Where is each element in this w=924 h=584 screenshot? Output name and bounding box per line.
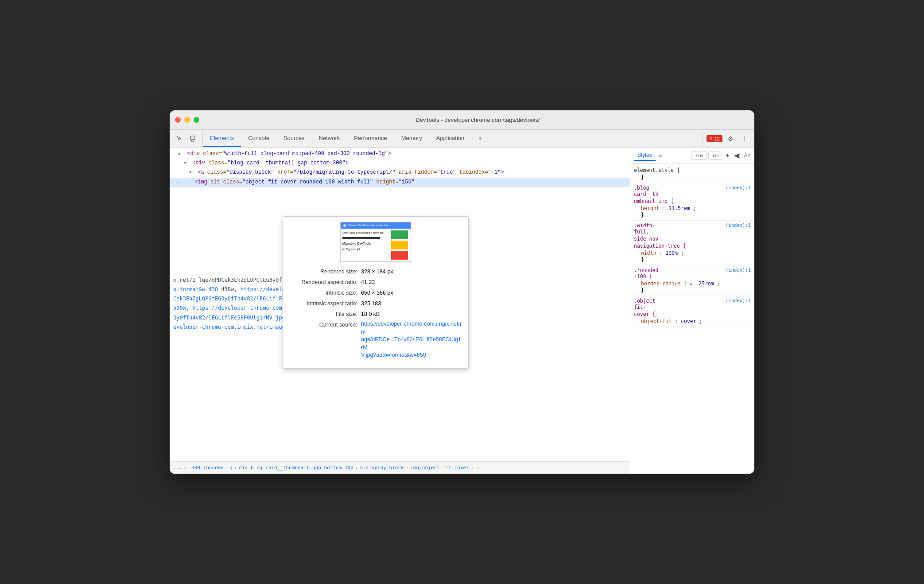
rendered-aspect-value: 41:23: [361, 278, 375, 287]
rendered-aspect-label: Rendered aspect ratio:: [290, 278, 361, 287]
object-fit-prop: object-fit : cover ;: [634, 318, 751, 324]
inspect-element-button[interactable]: [173, 132, 186, 145]
dom-line-3: ▼ <a class="display-block" href="/blog/m…: [170, 168, 630, 177]
width-full-selector-2: full,: [634, 229, 751, 235]
breadcrumb-item-3[interactable]: a.display-block: [360, 465, 404, 471]
element-style-close: }: [634, 174, 751, 180]
rendered-size-label: Rendered size:: [290, 267, 361, 276]
style-rule-blog-card: .blog- (index):1 card__th umbnail img { …: [630, 183, 754, 221]
devtools-container: Elements Console Sources Network Perform…: [170, 130, 754, 474]
intrinsic-aspect-value: 325:183: [361, 299, 381, 308]
dom-line-2: ▼ <div class="blog-card__thumbnail gap-b…: [170, 159, 630, 168]
breadcrumb-item-1[interactable]: -300.rounded-lg: [189, 465, 233, 471]
styles-content: element.style { } .blog- (index):1 card_…: [630, 164, 754, 474]
maximize-button[interactable]: [194, 117, 199, 123]
more-options-button[interactable]: ⋮: [738, 132, 751, 145]
hov-filter-button[interactable]: :hov: [691, 152, 707, 160]
dom-panel: ▶ <div class="width-full blog-card md:pa…: [170, 148, 630, 474]
minimize-button[interactable]: [184, 117, 190, 123]
expand-triangle[interactable]: ▶: [179, 151, 184, 158]
blog-card-source[interactable]: (index):1: [726, 185, 751, 190]
triangle-expand-icon[interactable]: ▶: [690, 282, 692, 286]
styles-tab[interactable]: Styles: [634, 150, 656, 161]
dom-tree[interactable]: ▶ <div class="width-full blog-card md:pa…: [170, 148, 630, 461]
tab-sources[interactable]: Sources: [276, 130, 312, 147]
preview-image: Chrome DevTools engineering blog DevTool…: [340, 222, 411, 262]
tooltip-intrinsic-aspect-row: Intrinsic aspect ratio: 325:183: [290, 299, 461, 308]
current-source-link[interactable]: https://developer-chrome-com.imgix.net/i…: [361, 320, 461, 359]
rendered-size-value: 328 × 184 px: [361, 267, 393, 276]
styles-toolbar: Styles » :hov .cls + ◀ Aa: [630, 148, 754, 164]
element-style-selector: element.style {: [634, 167, 751, 173]
svg-rect-1: [191, 140, 194, 141]
devtools-toolbar: Elements Console Sources Network Perform…: [170, 130, 754, 148]
aa-text-size-icon[interactable]: Aa: [744, 152, 751, 159]
tooltip-rendered-aspect-row: Rendered aspect ratio: 41:23: [290, 278, 461, 287]
object-fit-selector: .object-: [634, 298, 658, 304]
cls-filter-button[interactable]: .cls: [708, 152, 722, 160]
tab-more[interactable]: »: [471, 130, 489, 147]
tab-console[interactable]: Console: [241, 130, 276, 147]
width-full-selector: .width-: [634, 222, 655, 229]
width-full-source[interactable]: (index):1: [726, 222, 751, 228]
rounded-source[interactable]: (index):1: [726, 267, 751, 273]
rounded-selector: .rounded: [634, 267, 658, 273]
tooltip-source-row: Current source: https://developer-chrome…: [290, 320, 461, 359]
rounded-radius-prop: border-radius : ▶ .25rem ;: [634, 280, 751, 287]
breadcrumb-item-4[interactable]: img.object-fit-cover: [410, 465, 469, 471]
tab-elements[interactable]: Elements: [203, 130, 241, 147]
image-tooltip: Chrome DevTools engineering blog DevTool…: [283, 216, 469, 369]
title-bar: DevTools - developer.chrome.com/tags/dev…: [170, 110, 754, 130]
intrinsic-aspect-label: Intrinsic aspect ratio:: [290, 299, 361, 308]
width-full-selector-4: navigation-tree {: [634, 243, 751, 249]
device-toolbar-button[interactable]: [186, 132, 199, 145]
rounded-close: }: [634, 287, 751, 293]
style-rule-width-full: .width- (index):1 full, side-nav navigat…: [630, 221, 754, 265]
blog-card-selector: .blog-: [634, 185, 652, 191]
tooltip-image-preview: Chrome DevTools engineering blog DevTool…: [290, 222, 461, 262]
back-arrow-button[interactable]: ◀: [733, 152, 740, 159]
tab-performance[interactable]: Performance: [347, 130, 394, 147]
intrinsic-size-label: Intrinsic size:: [290, 288, 361, 297]
dom-line-img: ... <img alt class="object-fit-cover rou…: [170, 178, 630, 187]
style-rule-rounded: .rounded (index):1 -100 { border-radius …: [630, 265, 754, 296]
width-full-selector-3: side-nav: [634, 236, 751, 242]
devtools-tabs: Elements Console Sources Network Perform…: [203, 130, 703, 147]
breadcrumb-ellipsis-end[interactable]: ...: [475, 465, 484, 471]
object-fit-selector-2: fit-: [634, 304, 751, 310]
expand-triangle-2[interactable]: ▼: [184, 160, 189, 167]
close-button[interactable]: [175, 117, 181, 123]
styles-filter: :hov .cls + ◀: [691, 152, 740, 160]
object-fit-selector-3: cover {: [634, 311, 751, 317]
toolbar-right-icons: ✕ 12 ⚙ ⋮: [703, 130, 754, 147]
svg-rect-0: [190, 136, 195, 140]
dom-line-1: ▶ <div class="width-full blog-card md:pa…: [170, 149, 630, 159]
blog-card-selector-3: umbnail img {: [634, 198, 751, 204]
traffic-lights: [175, 117, 199, 123]
object-fit-source[interactable]: (index):1: [726, 298, 751, 303]
styles-tab-more[interactable]: »: [657, 151, 664, 160]
style-rule-element: element.style { }: [630, 165, 754, 183]
styles-panel: Styles » :hov .cls + ◀ Aa: [630, 148, 754, 474]
expand-triangle-3[interactable]: ▼: [189, 169, 194, 176]
error-badge[interactable]: ✕ 12: [707, 135, 722, 142]
devtools-window: DevTools - developer.chrome.com/tags/dev…: [170, 110, 754, 474]
breadcrumb: ... › -300.rounded-lg › div.blog-card__t…: [170, 461, 630, 474]
width-full-close: }: [634, 257, 751, 263]
breadcrumb-ellipsis[interactable]: ...: [173, 465, 182, 471]
tooltip-file-size-row: File size: 18.0 kB: [290, 310, 461, 319]
window-title: DevTools - developer.chrome.com/tags/dev…: [206, 117, 749, 123]
tab-memory[interactable]: Memory: [394, 130, 429, 147]
settings-button[interactable]: ⚙: [724, 132, 737, 145]
error-x-icon: ✕: [709, 136, 713, 141]
tab-application[interactable]: Application: [429, 130, 472, 147]
blog-card-close: }: [634, 212, 751, 218]
tooltip-intrinsic-size-row: Intrinsic size: 650 × 366 px: [290, 288, 461, 297]
breadcrumb-item-2[interactable]: div.blog-card__thumbnail.gap-bottom-300: [239, 465, 353, 471]
tab-network[interactable]: Network: [312, 130, 347, 147]
blog-card-height-prop: height : 11.5rem ;: [634, 205, 751, 211]
file-size-label: File size:: [290, 310, 361, 319]
style-rule-object-fit: .object- (index):1 fit- cover { object-f…: [630, 296, 754, 327]
add-style-button[interactable]: +: [724, 152, 731, 160]
blog-card-selector-2: card__th: [634, 191, 751, 197]
